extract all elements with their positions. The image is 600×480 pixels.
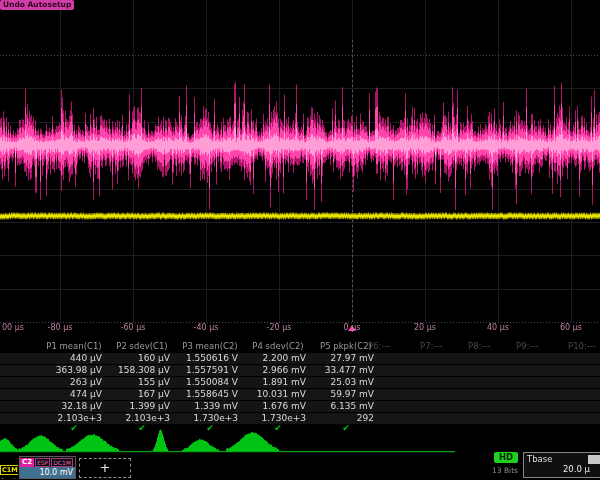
timebase-descriptor[interactable]: Tbase 20.0 µ	[523, 452, 600, 478]
measurement-value: 1.676 mV	[244, 401, 306, 412]
measurement-value: 59.97 mV	[312, 389, 374, 400]
param-header[interactable]: P4 sdev(C2)	[244, 341, 312, 351]
hd-bits-label: 13 Bits	[492, 466, 518, 475]
c2-esp-badge: ESP	[35, 458, 50, 467]
measurement-value: 1.550084 V	[176, 377, 238, 388]
measurement-value: 155 µV	[108, 377, 170, 388]
time-tick-label: 40 µs	[487, 323, 509, 332]
time-tick-label: 0 µs	[344, 323, 361, 332]
param-header[interactable]: P2 sdev(C1)	[108, 341, 176, 351]
add-trace-button[interactable]: +	[79, 458, 131, 478]
measurement-value: 1.339 mV	[176, 401, 238, 412]
status-check-icon: ✔	[244, 423, 312, 433]
channel-c2-descriptor[interactable]: C2 ESP DC1M 10.0 mV	[19, 456, 76, 479]
param-header-inactive[interactable]: P10:---	[568, 341, 600, 351]
time-tick-label: 00 µs	[2, 323, 24, 332]
timebase-corner-button[interactable]	[588, 455, 600, 464]
time-tick-label: -60 µs	[121, 323, 146, 332]
measurement-value: 10.031 mV	[244, 389, 306, 400]
time-tick-label: 20 µs	[414, 323, 436, 332]
measurement-value: 6.135 mV	[312, 401, 374, 412]
measurement-value: 363.98 µV	[40, 365, 102, 376]
measurement-value: 263 µV	[40, 377, 102, 388]
channel-c1-descriptor[interactable]: C1M 0 mV	[0, 457, 18, 479]
oscilloscope-screen: Undo Autosetup 00 µs-80 µs-60 µs-40 µs-2…	[0, 0, 600, 480]
c2-coupling-badge: DC1M	[51, 458, 73, 467]
param-header-inactive[interactable]: P6:---	[368, 341, 414, 351]
measurement-value: 2.966 mV	[244, 365, 306, 376]
time-tick-label: -40 µs	[194, 323, 219, 332]
measurement-value: 1.399 µV	[108, 401, 170, 412]
measurement-value: 158.308 µV	[108, 365, 170, 376]
timebase-value: 20.0 µ	[524, 464, 600, 474]
param-header[interactable]: P3 mean(C2)	[176, 341, 244, 351]
c2-volts-per-div: 10.0 mV	[20, 467, 75, 478]
time-tick-label: -20 µs	[267, 323, 292, 332]
time-tick-label: -80 µs	[48, 323, 73, 332]
measurement-value: 1.550616 V	[176, 353, 238, 364]
measurement-value: 32.18 µV	[40, 401, 102, 412]
measurement-value: 440 µV	[40, 353, 102, 364]
measurement-value: 33.477 mV	[312, 365, 374, 376]
measurement-value: 1.558645 V	[176, 389, 238, 400]
param-header-inactive[interactable]: P8:---	[468, 341, 514, 351]
c2-label: C2	[20, 458, 34, 467]
measurement-value: 167 µV	[108, 389, 170, 400]
param-header-inactive[interactable]: P9:---	[516, 341, 562, 351]
measurement-value: 2.200 mV	[244, 353, 306, 364]
param-header-inactive[interactable]: P7:---	[420, 341, 466, 351]
measurement-value: 474 µV	[40, 389, 102, 400]
c1-coupling-badge: C1M	[0, 465, 18, 475]
measurement-value: 1.557591 V	[176, 365, 238, 376]
param-header[interactable]: P1 mean(C1)	[40, 341, 108, 351]
measurement-value: 25.03 mV	[312, 377, 374, 388]
measurement-value: 1.891 mV	[244, 377, 306, 388]
undo-autosetup-button[interactable]: Undo Autosetup	[0, 0, 74, 10]
hd-mode-badge[interactable]: HD	[494, 452, 518, 463]
status-check-icon: ✔	[312, 423, 380, 433]
measurement-value: 160 µV	[108, 353, 170, 364]
status-check-icon: ✔	[108, 423, 176, 433]
c1-volts-per-div: 0 mV	[0, 476, 18, 479]
status-check-icon: ✔	[176, 423, 244, 433]
measurement-value: 27.97 mV	[312, 353, 374, 364]
status-check-icon: ✔	[40, 423, 108, 433]
time-tick-label: 60 µs	[560, 323, 582, 332]
